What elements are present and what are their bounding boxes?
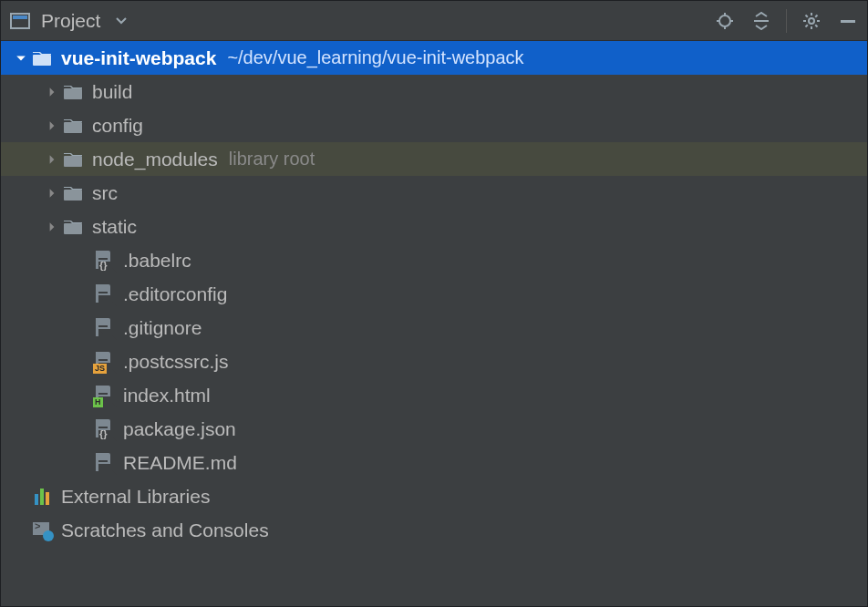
tree-item-label: index.html [123, 385, 211, 406]
project-tree[interactable]: vue-init-webpack~/dev/vue_learning/vue-i… [1, 41, 867, 547]
tree-item-label: .postcssrc.js [123, 351, 229, 373]
tree-item-label: .editorconfig [123, 283, 227, 305]
file-html-icon: H [92, 386, 116, 406]
chevron-right-icon[interactable] [43, 221, 61, 232]
file-json-icon: {} [92, 419, 116, 439]
svg-rect-16 [64, 122, 82, 133]
tree-item-label: build [92, 81, 132, 103]
file-text-icon [92, 318, 116, 338]
tree-row-index-html[interactable]: Hindex.html [1, 378, 867, 412]
project-toolbar: Project [1, 1, 867, 41]
chevron-right-icon[interactable] [43, 120, 61, 131]
file-text-icon [92, 284, 116, 304]
tree-item-label: config [92, 115, 143, 137]
chevron-right-icon[interactable] [43, 154, 61, 165]
tree-row-node-modules[interactable]: node_moduleslibrary root [1, 142, 867, 176]
window-icon [8, 9, 32, 33]
chevron-down-icon[interactable] [12, 53, 30, 64]
tree-item-label: External Libraries [61, 486, 210, 508]
tree-item-note: library root [229, 149, 315, 170]
tree-row-readme-md[interactable]: README.md [1, 446, 867, 479]
svg-rect-17 [64, 156, 82, 167]
chevron-right-icon[interactable] [43, 87, 61, 98]
tree-item-label: src [92, 182, 118, 204]
libraries-icon [30, 489, 54, 505]
svg-line-12 [815, 15, 817, 16]
tree-row-build[interactable]: build [1, 75, 867, 108]
svg-line-10 [815, 25, 817, 26]
tree-item-label: .gitignore [123, 317, 202, 339]
folder-icon [30, 51, 54, 66]
svg-rect-14 [33, 55, 51, 66]
tree-row-vue-init-webpack[interactable]: vue-init-webpack~/dev/vue_learning/vue-i… [1, 41, 867, 75]
tree-item-label: static [92, 216, 137, 238]
tree-item-label: Scratches and Consoles [61, 520, 269, 541]
svg-line-9 [806, 15, 808, 16]
folder-icon [61, 186, 85, 201]
tree-row-static[interactable]: static [1, 210, 867, 243]
toolbar-divider [786, 9, 787, 33]
folder-icon [61, 85, 85, 99]
svg-rect-1 [13, 15, 27, 19]
tree-row-src[interactable]: src [1, 176, 867, 210]
tree-item-label: vue-init-webpack [61, 47, 216, 69]
svg-rect-19 [64, 223, 82, 234]
locate-icon[interactable] [713, 9, 737, 33]
tree-row--babelrc[interactable]: {}.babelrc [1, 243, 867, 277]
tree-row--postcssrc-js[interactable]: JS.postcssrc.js [1, 345, 867, 378]
tree-item-label: README.md [123, 452, 237, 474]
tree-item-label: node_modules [92, 149, 218, 170]
tree-row--editorconfig[interactable]: .editorconfig [1, 277, 867, 311]
gear-icon[interactable] [800, 9, 823, 33]
tree-item-label: .babelrc [123, 250, 191, 272]
svg-rect-15 [64, 88, 82, 99]
tree-item-label: package.json [123, 418, 236, 440]
svg-point-4 [809, 18, 814, 24]
folder-icon [61, 118, 85, 133]
file-json-icon: {} [92, 251, 116, 271]
file-js-icon: JS [92, 352, 116, 372]
chevron-right-icon[interactable] [43, 188, 61, 199]
svg-rect-13 [841, 20, 855, 23]
hide-icon[interactable] [836, 9, 860, 33]
svg-point-2 [719, 15, 730, 26]
folder-icon [61, 152, 85, 167]
tree-row--gitignore[interactable]: .gitignore [1, 311, 867, 345]
scratches-icon [30, 522, 54, 539]
dropdown-icon[interactable] [109, 9, 133, 33]
svg-line-11 [806, 25, 808, 26]
collapse-all-icon[interactable] [749, 9, 773, 33]
tree-row-package-json[interactable]: {}package.json [1, 412, 867, 446]
folder-icon [61, 220, 85, 234]
file-text-icon [92, 453, 116, 473]
project-title[interactable]: Project [41, 10, 100, 32]
tree-row-config[interactable]: config [1, 108, 867, 142]
tree-row-scratches-and-consoles[interactable]: Scratches and Consoles [1, 513, 867, 547]
tree-row-external-libraries[interactable]: External Libraries [1, 479, 867, 513]
tree-item-note: ~/dev/vue_learning/vue-init-webpack [227, 47, 523, 68]
svg-rect-18 [64, 190, 82, 201]
